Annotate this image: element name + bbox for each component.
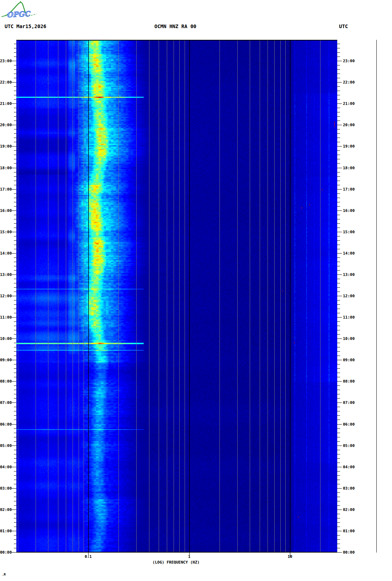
y-minor-tick-right (337, 304, 340, 305)
y-hour-label-right: 08:00 (343, 379, 359, 384)
y-minor-tick-right (337, 266, 340, 266)
y-minor-tick-right (337, 65, 340, 65)
y-minor-tick-right (337, 245, 340, 245)
y-minor-tick-right (337, 181, 340, 181)
header-utc-left: UTC (5, 23, 14, 29)
y-minor-tick-right (337, 78, 340, 78)
y-minor-tick-right (337, 91, 340, 91)
y-hour-tick-left (12, 189, 16, 190)
right-margin-rule (376, 40, 377, 553)
y-minor-tick-left (14, 65, 16, 65)
y-minor-tick-left (14, 172, 16, 172)
y-hour-label-left: 19:00 (0, 144, 12, 149)
y-minor-tick-left (14, 364, 16, 364)
y-hour-tick-left (12, 339, 16, 339)
y-minor-tick-right (337, 223, 340, 224)
y-minor-tick-right (337, 112, 340, 112)
y-minor-tick-left (14, 138, 16, 138)
y-minor-tick-right (337, 155, 340, 155)
y-minor-tick-left (14, 159, 16, 159)
y-minor-tick-left (14, 206, 16, 207)
y-minor-tick-left (14, 133, 16, 134)
y-minor-tick-right (337, 48, 340, 48)
y-minor-tick-right (337, 321, 340, 322)
y-hour-tick-left (12, 103, 16, 104)
y-minor-tick-right (337, 228, 340, 228)
y-minor-tick-right (337, 313, 340, 313)
y-minor-tick-right (337, 484, 340, 484)
y-hour-label-right: 22:00 (343, 80, 359, 85)
y-hour-label-left: 10:00 (0, 336, 12, 341)
y-hour-label-left: 17:00 (0, 187, 12, 192)
y-minor-tick-left (14, 292, 16, 292)
y-minor-tick-left (14, 334, 16, 335)
x-axis-title: (LOG) FREQUENCY (HZ) (135, 560, 217, 565)
y-minor-tick-right (337, 492, 340, 493)
y-minor-tick-right (337, 95, 340, 95)
y-minor-tick-left (14, 236, 16, 236)
y-hour-tick-left (12, 510, 16, 510)
y-minor-tick-right (337, 150, 340, 151)
y-minor-tick-left (14, 454, 16, 454)
y-minor-tick-left (14, 441, 16, 442)
y-minor-tick-left (14, 450, 16, 450)
y-minor-tick-left (14, 390, 16, 390)
y-minor-tick-left (14, 257, 16, 258)
y-minor-tick-left (14, 215, 16, 215)
y-minor-tick-left (14, 155, 16, 155)
y-minor-tick-left (14, 433, 16, 433)
y-minor-tick-left (14, 270, 16, 271)
y-minor-tick-left (14, 78, 16, 78)
y-minor-tick-left (14, 57, 16, 57)
y-hour-label-right: 03:00 (343, 486, 359, 491)
y-minor-tick-right (337, 138, 340, 138)
y-minor-tick-left (14, 501, 16, 501)
y-minor-tick-right (337, 518, 340, 518)
y-minor-tick-left (14, 539, 16, 540)
y-hour-label-left: 22:00 (0, 80, 12, 85)
y-minor-tick-right (337, 159, 340, 159)
y-hour-label-right: 23:00 (343, 59, 359, 63)
y-minor-tick-left (14, 74, 16, 74)
y-minor-tick-left (14, 347, 16, 347)
y-minor-tick-left (14, 458, 16, 459)
y-hour-label-right: 20:00 (343, 123, 359, 127)
y-minor-tick-right (337, 69, 340, 70)
y-minor-tick-right (337, 249, 340, 249)
y-minor-tick-right (337, 133, 340, 134)
logo-mountain-foothill-left (1, 16, 5, 17)
y-minor-tick-left (14, 373, 16, 373)
y-minor-tick-right (337, 215, 340, 215)
y-minor-tick-right (337, 262, 340, 262)
y-minor-tick-left (14, 351, 16, 352)
y-minor-tick-left (14, 150, 16, 151)
y-hour-tick-left (12, 274, 16, 275)
x-tick-label: 0.1 (79, 554, 97, 559)
y-hour-label-right: 18:00 (343, 166, 359, 170)
y-minor-tick-left (14, 193, 16, 194)
y-minor-tick-right (337, 86, 340, 87)
y-hour-tick-left (12, 403, 16, 403)
y-minor-tick-right (337, 433, 340, 433)
y-hour-label-right: 06:00 (343, 422, 359, 427)
y-hour-tick-right (337, 339, 342, 339)
y-hour-tick-right (337, 274, 342, 275)
y-minor-tick-left (14, 52, 16, 53)
y-minor-tick-left (14, 163, 16, 164)
y-hour-label-right: 02:00 (343, 507, 359, 512)
y-hour-tick-left (12, 61, 16, 61)
y-minor-tick-right (337, 326, 340, 326)
y-minor-tick-right (337, 544, 340, 544)
y-minor-tick-left (14, 407, 16, 407)
y-minor-tick-left (14, 544, 16, 544)
y-hour-label-right: 12:00 (343, 294, 359, 298)
y-minor-tick-right (337, 283, 340, 283)
y-hour-tick-right (337, 403, 342, 403)
y-minor-tick-right (337, 343, 340, 343)
y-hour-label-left: 15:00 (0, 230, 12, 234)
y-hour-tick-right (337, 510, 342, 510)
y-hour-label-left: 02:00 (0, 507, 12, 512)
y-hour-label-left: 04:00 (0, 465, 12, 469)
y-minor-tick-left (14, 548, 16, 548)
y-hour-tick-right (337, 360, 342, 360)
